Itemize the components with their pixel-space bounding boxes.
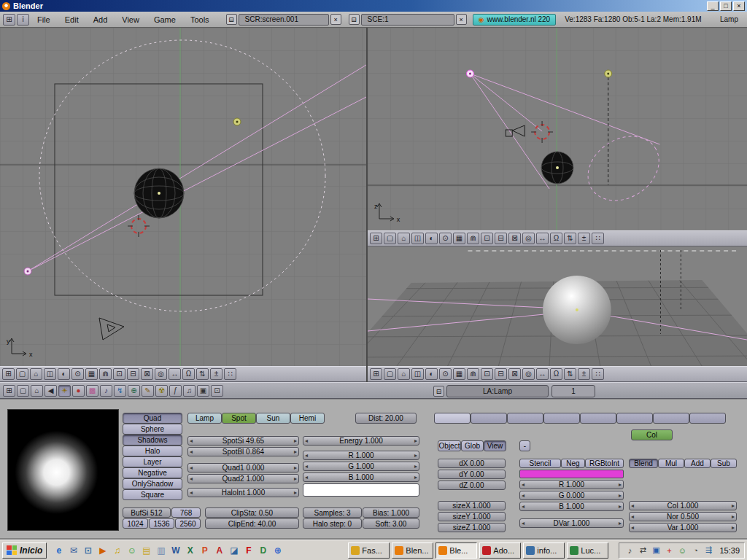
minimize-button[interactable]: _ <box>707 1 719 11</box>
zoom-view-icon[interactable]: Ω <box>550 368 562 380</box>
sphere-toggle[interactable]: Sphere <box>123 424 182 435</box>
copy-attributes-icon[interactable]: ⊡ <box>113 368 125 380</box>
rgbtoint-button[interactable]: RGBtoInt <box>585 459 624 468</box>
mul-button[interactable]: Mul <box>658 459 684 468</box>
proportional-edit-icon[interactable]: ◎ <box>522 368 535 380</box>
dots-icon[interactable]: ∷ <box>224 368 236 380</box>
add-button[interactable]: Add <box>684 459 711 468</box>
home-icon[interactable]: ⌂ <box>398 368 410 380</box>
editor-type-icon[interactable]: ⊞ <box>3 14 15 26</box>
animation-buttons-icon[interactable]: ♪ <box>100 385 112 397</box>
sizey-field[interactable]: sizeY 1.000 <box>438 512 506 521</box>
info-icon[interactable]: i <box>17 14 29 26</box>
snap-icon[interactable]: ± <box>210 368 222 380</box>
draw-type-icon[interactable]: ◐ <box>425 233 438 244</box>
radiosity-buttons-icon[interactable]: ☢ <box>155 385 168 397</box>
layers-icon[interactable]: ▦ <box>453 368 465 380</box>
lock-icon[interactable]: ⋒ <box>467 233 479 244</box>
dots-icon[interactable]: ∷ <box>592 233 604 244</box>
bufsize-2560-button[interactable]: 2560 <box>175 518 201 529</box>
lamp-object[interactable] <box>605 70 612 77</box>
winamp-icon[interactable]: ♫ <box>110 543 124 557</box>
b-slider[interactable]: B 1.000 <box>303 472 419 482</box>
spotlight-object[interactable] <box>24 268 31 275</box>
neg-button[interactable]: Neg <box>561 459 585 468</box>
excel-icon[interactable]: X <box>183 543 197 557</box>
photoshop-icon[interactable]: ◪ <box>227 543 241 557</box>
viewport-top[interactable]: y x ⊞▢⌂◫◐⊙▦⋒⊡⊟⊠◎↔Ω⇅±∷ <box>0 28 366 382</box>
sizex-field[interactable]: sizeX 1.000 <box>438 501 506 510</box>
g-slider[interactable]: G 1.000 <box>303 462 419 471</box>
fullscreen-icon[interactable]: ▢ <box>384 368 396 380</box>
draw-type-icon[interactable]: ◐ <box>58 368 70 380</box>
negative-toggle[interactable]: Negative <box>123 467 182 478</box>
scene-collapse-button[interactable]: ⊟ <box>349 14 360 25</box>
taskbar-task-blen[interactable]: Blen... <box>392 542 433 559</box>
close-button[interactable]: × <box>733 1 745 11</box>
quad1-slider[interactable]: Quad1 0.000 <box>187 463 299 472</box>
pan-view-icon[interactable]: ↔ <box>169 368 181 380</box>
render-buttons-icon[interactable]: ⊡ <box>211 385 223 397</box>
screen-close-button[interactable]: × <box>330 14 341 25</box>
script-buttons-icon[interactable]: ƒ <box>169 385 182 397</box>
lamp-object[interactable] <box>233 118 241 125</box>
tex-g-slider[interactable]: G 0.000 <box>519 491 624 500</box>
var-slider[interactable]: Var 1.000 <box>629 523 737 532</box>
menu-game[interactable]: Game <box>147 15 182 24</box>
usb-icon[interactable]: ⇶ <box>703 545 714 556</box>
world-buttons-icon[interactable]: ⊕ <box>128 385 140 397</box>
quad2-slider[interactable]: Quad2 1.000 <box>187 474 299 483</box>
notepad-icon[interactable]: ▥ <box>154 543 168 557</box>
dist-field[interactable]: Dist: 20.00 <box>355 413 417 424</box>
texture-channel-button[interactable] <box>653 413 689 424</box>
lamp-name-collapse-button[interactable]: ⊟ <box>433 386 444 397</box>
texture-channel-button[interactable] <box>434 413 471 424</box>
haloint-slider[interactable]: HaloInt 1.000 <box>187 488 299 497</box>
screen-collapse-button[interactable]: ⊟ <box>226 14 237 25</box>
object-mode-icon[interactable]: ◫ <box>411 368 424 380</box>
browser-icon[interactable]: ⊕ <box>271 543 285 557</box>
samples-field[interactable]: Samples: 3 <box>303 508 362 518</box>
spotlight-object[interactable] <box>466 70 473 77</box>
onlyshadow-toggle[interactable]: OnlyShadow <box>123 478 182 489</box>
viewport-camera[interactable]: ⊞▢⌂◫◐⊙▦⋒⊡⊟⊠◎↔Ω⇅±∷ <box>366 246 747 382</box>
pivot-icon[interactable]: ⊙ <box>71 368 84 380</box>
object-mode-icon[interactable]: ◫ <box>411 233 424 244</box>
fullscreen-icon[interactable]: ▢ <box>384 233 396 244</box>
lamp-type-hemi-button[interactable]: Hemi <box>290 413 325 424</box>
spotbl-slider[interactable]: SpotBl 0.864 <box>187 447 299 456</box>
scheduler-icon[interactable]: ◔ <box>689 545 701 556</box>
scene-selector[interactable]: SCE:1 <box>361 14 454 26</box>
stencil-button[interactable]: Stencil <box>519 459 561 468</box>
material-buttons-icon[interactable]: ● <box>72 385 85 397</box>
pan-view-icon[interactable]: ↔ <box>536 233 549 244</box>
network-icon[interactable]: ⇄ <box>637 545 649 556</box>
users-number-field[interactable]: 1 <box>551 385 595 397</box>
dots-icon[interactable]: ∷ <box>592 368 604 380</box>
r-slider[interactable]: R 1.000 <box>303 451 419 460</box>
layer-toggle[interactable]: Layer <box>123 456 182 467</box>
clipend-field[interactable]: ClipEnd: 40.00 <box>205 518 299 529</box>
bufsize-1536-button[interactable]: 1536 <box>149 518 174 529</box>
lamp-name-field[interactable]: LA:Lamp <box>446 385 549 397</box>
back-icon[interactable]: ◀ <box>44 385 57 397</box>
zoom-view-icon[interactable]: Ω <box>182 368 195 380</box>
word-icon[interactable]: W <box>169 543 182 557</box>
lock-icon[interactable]: ⋒ <box>99 368 112 380</box>
sphere-object[interactable] <box>543 276 611 344</box>
zoom-view-icon[interactable]: Ω <box>550 233 562 244</box>
halostep-field[interactable]: Halo step: 0 <box>303 518 362 529</box>
lamp-buttons-icon[interactable]: ☀ <box>58 385 71 397</box>
col-map-button[interactable]: Col <box>631 429 673 440</box>
fullscreen-icon[interactable]: ▢ <box>17 385 29 397</box>
layers-icon[interactable]: ▦ <box>453 233 465 244</box>
scene-close-button[interactable]: × <box>456 14 467 25</box>
editor-type-icon[interactable]: ⊞ <box>3 385 15 397</box>
col-slider[interactable]: Col 1.000 <box>629 501 737 510</box>
media-player-icon[interactable]: ▶ <box>96 543 109 557</box>
sphere-object[interactable] <box>541 152 573 184</box>
square-toggle[interactable]: Square <box>123 489 182 500</box>
fullscreen-icon[interactable]: ▢ <box>16 368 28 380</box>
editor-type-icon[interactable]: ⊞ <box>370 368 382 380</box>
messenger-tray-icon[interactable]: ☺ <box>676 545 688 556</box>
